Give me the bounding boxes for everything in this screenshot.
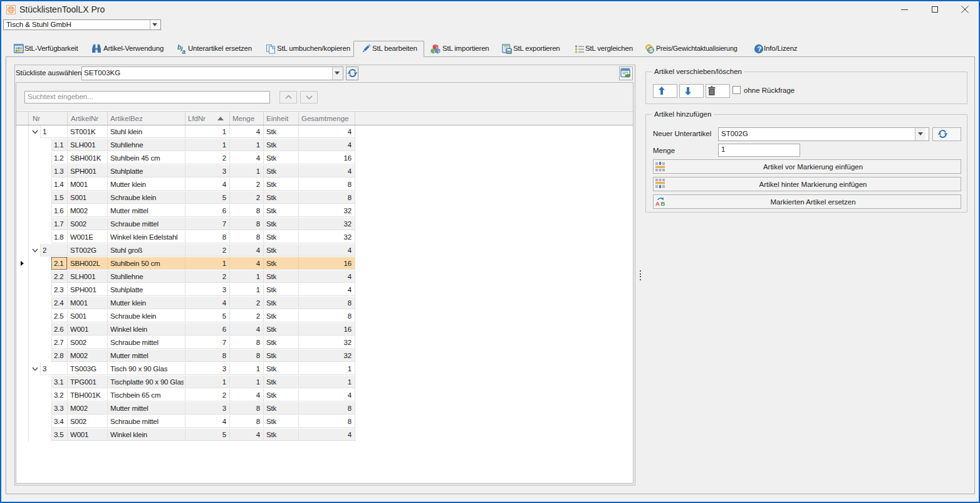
svg-text:b: b xyxy=(177,44,181,51)
svg-text:a: a xyxy=(182,48,186,55)
svg-text:S: S xyxy=(649,47,653,53)
svg-text:?: ? xyxy=(757,45,761,53)
